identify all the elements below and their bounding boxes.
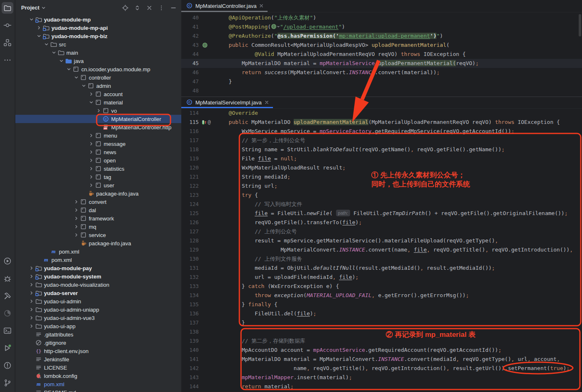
debug-icon[interactable] <box>2 273 13 284</box>
tree-item-yudao-module-pay[interactable]: yudao-module-pay <box>15 264 181 272</box>
chevron-collapsed-icon[interactable] <box>88 132 95 139</box>
tab-mpmaterialserviceimpl-java[interactable]: C MpMaterialServiceImpl.java <box>181 97 273 108</box>
tree-item-pom-xml[interactable]: mpom.xml <box>15 256 181 264</box>
chevron-collapsed-icon[interactable] <box>73 232 80 238</box>
tree-item-convert[interactable]: convert <box>15 198 181 206</box>
chevron-collapsed-icon[interactable] <box>88 140 95 147</box>
code-line-134[interactable]: 134 throw exception(MATERIAL_UPLOAD_FAIL… <box>181 291 582 300</box>
code-line-40[interactable]: 40 @ApiOperation("上传永久素材") <box>181 13 582 22</box>
tree-item-jenkinsfile[interactable]: Jenkinsfile <box>15 355 181 363</box>
chevron-collapsed-icon[interactable] <box>73 223 80 230</box>
code-line-127[interactable]: 127 // 上传到公众号 <box>181 227 582 236</box>
tree-item-yudao-server[interactable]: yudao-server <box>15 289 181 297</box>
hide-panel-icon[interactable] <box>170 4 177 12</box>
terminal-icon[interactable] <box>2 325 13 336</box>
tree-item-tag[interactable]: tag <box>15 173 181 181</box>
tree-item-yudao-module-system[interactable]: yudao-module-system <box>15 272 181 281</box>
code-line-129[interactable]: 129 MpMaterialConvert.INSTANCE.convert(n… <box>181 245 582 254</box>
collapse-all-icon[interactable] <box>146 4 153 12</box>
tree-item-news[interactable]: news <box>15 148 181 156</box>
code-line-143[interactable]: 143 mpMaterialMapper.insert(material); <box>181 373 582 382</box>
chevron-collapsed-icon[interactable] <box>28 315 35 321</box>
tree-item-readme-md[interactable]: README.md <box>15 388 181 392</box>
code-line-136[interactable]: 136 FileUtil.del(file); <box>181 309 582 318</box>
tree-item-yudao-ui-admin[interactable]: yudao-ui-admin <box>15 297 181 305</box>
build-icon[interactable] <box>2 290 13 302</box>
code-line-138[interactable]: 138 <box>181 327 582 336</box>
tree-item-account[interactable]: account <box>15 90 181 98</box>
chevron-expanded-icon[interactable] <box>88 99 95 106</box>
tree-item-src[interactable]: src <box>15 40 181 48</box>
tree-item-cn-iocoder-yudao-module-mp[interactable]: cn.iocoder.yudao.module.mp <box>15 65 181 73</box>
code-line-118[interactable]: 118 String name = StrUtil.blankToDefault… <box>181 145 582 154</box>
chevron-collapsed-icon[interactable] <box>28 298 35 305</box>
tree-item-lombok-config[interactable]: lombok.config <box>15 372 181 380</box>
code-line-44[interactable]: 44 @Valid MpMaterialUploadPermanentReqVO… <box>181 50 582 59</box>
tree-item-yudao-ui-admin-vue3[interactable]: yudao-ui-admin-vue3 <box>15 314 181 322</box>
code-line-47[interactable]: 47 } <box>181 77 582 86</box>
commit-icon[interactable] <box>2 19 13 31</box>
code-line-120[interactable]: 120 WxMpMaterialUploadResult result; <box>181 163 582 172</box>
tree-item-http-client-env-json[interactable]: {}http-client.env.json <box>15 347 181 355</box>
chevron-collapsed-icon[interactable] <box>95 107 102 114</box>
chevron-collapsed-icon[interactable] <box>28 273 35 280</box>
code-line-115[interactable]: 115I↑@ public MpMaterialDO uploadPermane… <box>181 118 582 127</box>
problems-icon[interactable] <box>2 360 13 371</box>
tree-item-yudao-module-mp[interactable]: yudao-module-mp <box>15 15 181 24</box>
version-control-icon[interactable] <box>2 377 13 389</box>
tree-item-yudao-module-mp-api[interactable]: yudao-module-mp-api <box>15 24 181 32</box>
chevron-collapsed-icon[interactable] <box>88 91 95 97</box>
tree-item-service[interactable]: service <box>15 231 181 239</box>
tree-item-license[interactable]: LICENSE <box>15 363 181 372</box>
tree-item-pom-xml[interactable]: mpom.xml <box>15 380 181 388</box>
chevron-expanded-icon[interactable] <box>65 66 72 73</box>
chevron-collapsed-icon[interactable] <box>73 215 80 222</box>
api-endpoint-globe-icon[interactable] <box>200 42 211 48</box>
code-line-133[interactable]: 133 } catch (WxErrorException e) { <box>181 282 582 291</box>
more-tool-windows-icon[interactable] <box>2 54 13 66</box>
tree-item-java[interactable]: java <box>15 57 181 65</box>
chevron-collapsed-icon[interactable] <box>88 149 95 155</box>
code-line-137[interactable]: 137 } <box>181 318 582 327</box>
code-line-114[interactable]: 114 @Override <box>181 109 582 118</box>
chevron-collapsed-icon[interactable] <box>35 24 42 31</box>
code-line-45[interactable]: 45 MpMaterialDO material = mpMaterialSer… <box>181 59 582 68</box>
request-mapping-globe-icon[interactable] <box>271 24 280 29</box>
tree-item-framework[interactable]: framework <box>15 214 181 223</box>
chevron-collapsed-icon[interactable] <box>28 265 35 271</box>
chevron-expanded-icon[interactable] <box>43 41 50 48</box>
profiler-icon[interactable] <box>2 307 13 319</box>
tree-item--gitignore[interactable]: .gitignore <box>15 339 181 347</box>
services-icon[interactable] <box>2 342 13 354</box>
overrides-method-gutter-icon[interactable]: I↑@ <box>200 118 211 127</box>
tree-item-user[interactable]: user <box>15 181 181 189</box>
code-line-141[interactable]: 141 MpMaterialDO material = MpMaterialCo… <box>181 355 582 364</box>
chevron-collapsed-icon[interactable] <box>73 207 80 213</box>
tree-item-mpmaterialcontroller-http[interactable]: APIMpMaterialController.http <box>15 123 181 131</box>
code-line-123[interactable]: 123 try { <box>181 191 582 200</box>
code-editor-bottom[interactable]: 114 @Override115I↑@ public MpMaterialDO … <box>181 109 582 391</box>
code-line-116[interactable]: 116 WxMpService mpService = mpServiceFac… <box>181 127 582 136</box>
scrollbar-thumb[interactable] <box>579 14 581 36</box>
tree-item-yudao-ui-app[interactable]: yudao-ui-app <box>15 322 181 330</box>
code-line-135[interactable]: 135 } finally { <box>181 300 582 309</box>
structure-icon[interactable] <box>2 37 13 48</box>
tree-item-package-info-java[interactable]: package-info.java <box>15 189 181 198</box>
code-line-46[interactable]: 46 return success(MpMaterialConvert.INST… <box>181 68 582 77</box>
code-line-41[interactable]: 41 @PostMapping("/upload-permanent") <box>181 22 582 31</box>
code-line-42[interactable]: 42 @PreAuthorize("@ss.hasPermission('mp:… <box>181 31 582 41</box>
code-line-126[interactable]: 126 reqVO.getFile().transferTo(file); <box>181 218 582 227</box>
code-line-130[interactable]: 130 // 上传到文件服务 <box>181 254 582 264</box>
project-icon[interactable] <box>2 2 13 14</box>
code-line-122[interactable]: 122 String url; <box>181 181 582 191</box>
tree-item-controller[interactable]: controller <box>15 73 181 82</box>
options-kebab-icon[interactable] <box>158 4 165 12</box>
chevron-collapsed-icon[interactable] <box>28 323 35 329</box>
tree-item-mq[interactable]: mq <box>15 223 181 231</box>
tree-item-message[interactable]: message <box>15 140 181 148</box>
chevron-expanded-icon[interactable] <box>73 74 80 81</box>
locate-file-icon[interactable] <box>122 4 129 12</box>
code-line-139[interactable]: 139 // 第二步，存储到数据库 <box>181 336 582 346</box>
tree-item-pom-xml[interactable]: mpom.xml <box>15 247 181 256</box>
code-line-140[interactable]: 140 MpAccountDO account = mpAccountServi… <box>181 346 582 355</box>
